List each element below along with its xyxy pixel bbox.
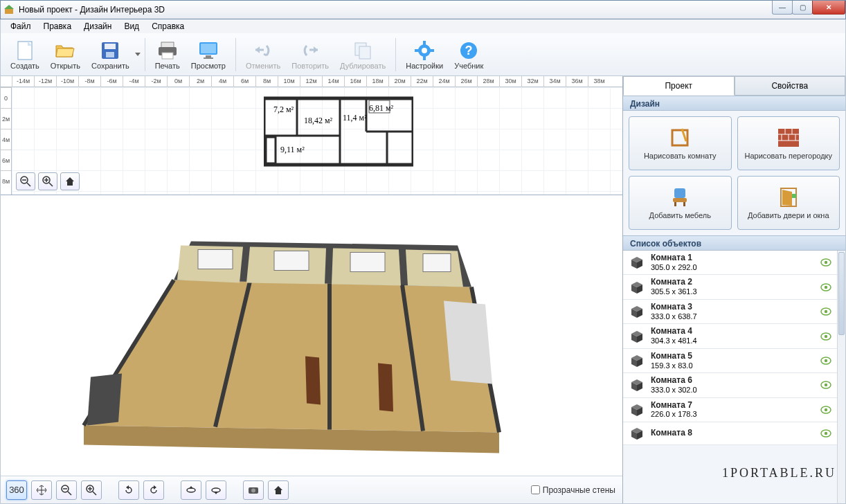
object-name: Комната 5 — [651, 352, 815, 361]
duplicate-button[interactable]: Дублировать — [334, 35, 391, 74]
menu-file[interactable]: Файл — [5, 21, 37, 32]
list-item[interactable]: Комната 3333.0 x 638.7 — [623, 300, 837, 324]
object-size: 226.0 x 178.3 — [651, 410, 697, 418]
settings-button[interactable]: Настройки — [400, 35, 449, 74]
save-dropdown[interactable] — [135, 35, 141, 74]
svg-line-44 — [49, 183, 53, 186]
svg-point-137 — [825, 408, 827, 411]
tab-project[interactable]: Проект — [623, 76, 735, 96]
menu-view[interactable]: Вид — [118, 21, 145, 32]
visibility-icon[interactable] — [820, 307, 831, 316]
view-360-button[interactable]: 360 — [6, 480, 27, 500]
object-size: 305.0 x 292.0 — [651, 263, 697, 271]
svg-rect-98 — [674, 202, 676, 206]
svg-marker-47 — [66, 177, 74, 181]
visibility-icon[interactable] — [820, 258, 831, 267]
visibility-icon[interactable] — [820, 282, 831, 292]
visibility-icon[interactable] — [820, 380, 831, 390]
tilt-down-button[interactable] — [206, 480, 226, 500]
svg-rect-0 — [5, 8, 13, 14]
list-item[interactable]: Комната 2305.5 x 361.3 — [623, 275, 837, 299]
tabs: Проект Свойства — [623, 76, 845, 96]
zoom-out-3d-button[interactable] — [56, 480, 77, 500]
view-3d[interactable] — [1, 195, 622, 476]
draw-wall-button[interactable]: Нарисовать перегородку — [737, 116, 840, 170]
open-button[interactable]: Открыть — [45, 35, 86, 74]
visibility-icon[interactable] — [820, 405, 831, 415]
zoom-in-3d-button[interactable] — [81, 480, 102, 500]
svg-text:?: ? — [465, 44, 473, 57]
menu-design[interactable]: Дизайн — [78, 21, 117, 32]
rotate-left-button[interactable] — [118, 480, 139, 500]
visibility-icon[interactable] — [820, 429, 831, 438]
visibility-icon[interactable] — [820, 332, 831, 341]
ruler-horizontal: -14м-12м-10м-8м-6м-4м-2м0м2м4м6м8м10м12м… — [1, 76, 622, 87]
svg-rect-7 — [161, 42, 174, 48]
rotate-right-button[interactable] — [143, 480, 164, 500]
maximize-button[interactable]: ▢ — [792, 1, 813, 15]
ruler-tick: 12м — [300, 76, 322, 87]
ruler-tick: 14м — [322, 76, 344, 87]
svg-point-127 — [825, 359, 827, 362]
svg-line-73 — [93, 492, 96, 495]
draw-room-button[interactable]: Нарисовать комнату — [629, 116, 732, 170]
create-button[interactable]: Создать — [5, 35, 45, 74]
object-size: 333.0 x 302.0 — [651, 386, 697, 394]
close-button[interactable]: ✕ — [812, 1, 845, 15]
list-item[interactable]: Комната 5159.3 x 83.0 — [623, 349, 837, 373]
home-3d-button[interactable] — [268, 480, 289, 500]
svg-marker-15 — [314, 46, 318, 53]
object-list: Комната 1305.0 x 292.0Комната 2305.5 x 3… — [623, 251, 845, 503]
toolbar-separator — [145, 38, 145, 71]
camera-button[interactable] — [243, 480, 264, 500]
svg-marker-76 — [126, 485, 129, 489]
undo-button[interactable]: Отменить — [240, 35, 286, 74]
object-size: 305.5 x 361.3 — [651, 287, 697, 296]
svg-marker-14 — [255, 46, 260, 53]
tilt-up-button[interactable] — [181, 480, 201, 500]
ruler-tick: 32м — [521, 76, 543, 87]
list-item[interactable]: Комната 8 — [623, 422, 837, 445]
menu-help[interactable]: Справка — [146, 21, 190, 32]
home-button[interactable] — [60, 172, 80, 190]
floorplan-drawing[interactable]: 7,2 м² 18,42 м² 11,4 м² 6,81 м² 9,11 м² — [264, 96, 413, 169]
add-doors-button[interactable]: Добавить двери и окна — [737, 176, 840, 230]
redo-icon — [299, 39, 321, 62]
object-name: Комната 4 — [651, 327, 815, 336]
add-furniture-button[interactable]: Добавить мебель — [629, 176, 732, 230]
zoom-in-button[interactable] — [38, 172, 57, 190]
toolbar: Создать Открыть Сохранить Печать Просмот… — [0, 33, 846, 76]
svg-marker-49 — [84, 280, 499, 433]
menu-edit[interactable]: Правка — [38, 21, 78, 32]
minimize-button[interactable]: ― — [772, 1, 793, 15]
svg-point-132 — [825, 384, 827, 386]
object-scrollbar[interactable] — [837, 251, 845, 503]
scrollbar-thumb[interactable] — [838, 252, 845, 335]
svg-rect-96 — [674, 188, 685, 198]
ruler-tick: 2м — [189, 76, 211, 87]
transparent-walls-checkbox[interactable] — [531, 485, 540, 494]
help-button[interactable]: ? Учебник — [449, 35, 489, 74]
svg-marker-65 — [305, 357, 321, 405]
chair-icon — [669, 186, 691, 208]
object-size: 333.0 x 638.7 — [651, 312, 697, 321]
pan-button[interactable] — [31, 480, 52, 500]
printer-icon — [156, 39, 179, 62]
svg-rect-5 — [105, 44, 116, 49]
svg-line-41 — [27, 183, 30, 186]
save-button[interactable]: Сохранить — [86, 35, 135, 74]
list-item[interactable]: Комната 4304.3 x 481.4 — [623, 324, 837, 348]
tab-properties[interactable]: Свойства — [735, 76, 846, 96]
zoom-out-button[interactable] — [16, 172, 35, 190]
list-item[interactable]: Комната 6333.0 x 302.0 — [623, 373, 837, 397]
print-button[interactable]: Печать — [150, 35, 186, 74]
redo-button[interactable]: Повторить — [286, 35, 334, 74]
ruler-tick: 38м — [588, 76, 610, 87]
list-item[interactable]: Комната 1305.0 x 292.0 — [623, 251, 837, 275]
plan-2d-view[interactable]: -14м-12м-10м-8м-6м-4м-2м0м2м4м6м8м10м12м… — [1, 76, 622, 195]
workspace: -14м-12м-10м-8м-6м-4м-2м0м2м4м6м8м10м12м… — [0, 76, 846, 504]
visibility-icon[interactable] — [820, 356, 831, 366]
preview-button[interactable]: Просмотр — [186, 35, 231, 74]
room-icon — [629, 352, 645, 369]
list-item[interactable]: Комната 7226.0 x 178.3 — [623, 398, 837, 422]
